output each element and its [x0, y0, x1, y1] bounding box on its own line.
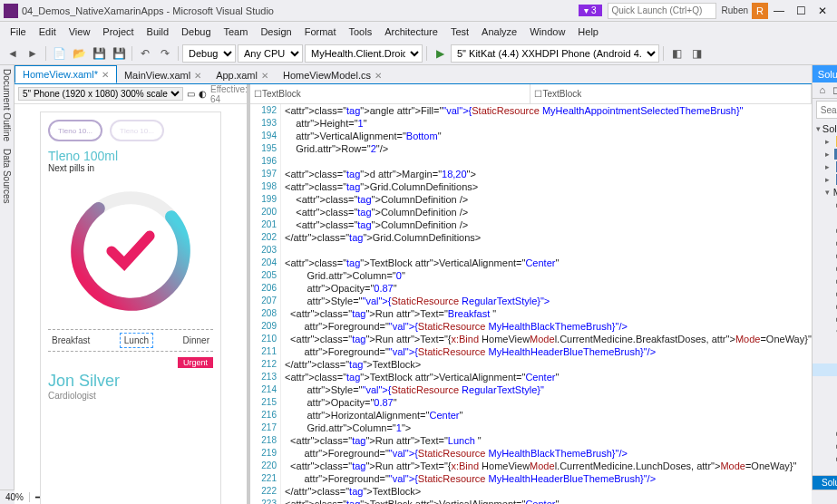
tree-node[interactable]: ▸HomeView.xaml — [813, 363, 837, 376]
nav-fwd-button[interactable]: ► — [24, 44, 42, 63]
menu-debug[interactable]: Debug — [175, 24, 217, 39]
code-editor-pane: ☐ TextBlock ☐ TextBlock 1921931941951961… — [250, 84, 812, 504]
tree-node[interactable]: ▸Services — [813, 300, 837, 313]
startup-project-combo[interactable]: MyHealth.Client.Droid — [305, 44, 423, 63]
menu-team[interactable]: Team — [218, 24, 255, 39]
save-all-button[interactable]: 💾 — [110, 44, 128, 63]
menu-view[interactable]: View — [63, 24, 97, 39]
tree-node[interactable]: ▸MainView.xaml — [813, 376, 837, 389]
undo-button[interactable]: ↶ — [136, 44, 154, 63]
open-button[interactable]: 📂 — [70, 44, 88, 63]
run-target-combo[interactable]: 5" KitKat (4.4) XXHDPI Phone (Android 4.… — [451, 44, 659, 63]
tree-node[interactable]: ▸MyHealth.Client.Core (Portable) — [813, 148, 837, 160]
doc-tab[interactable]: MainView.xaml✕ — [117, 67, 209, 83]
menu-bar: FileEditViewProjectBuildDebugTeamDesignF… — [0, 22, 837, 42]
tree-node[interactable]: ▸ApplicationInsights.config — [813, 440, 837, 452]
menu-format[interactable]: Format — [298, 24, 343, 39]
doc-tab[interactable]: App.xaml✕ — [209, 67, 276, 83]
tree-node[interactable]: ▸Styles — [813, 313, 837, 325]
device-preview-combo[interactable]: 5" Phone (1920 x 1080) 300% scale — [18, 87, 183, 101]
designer-canvas[interactable]: Tleno 10... Tleno 10... Tleno 100ml Next… — [15, 104, 247, 504]
solution-tree[interactable]: ▾Solution '04_Demos_NativeXamarinApps' (… — [813, 121, 837, 475]
nav-back-button[interactable]: ◄ — [4, 44, 22, 63]
tree-node[interactable]: ▸DebugTrace.cs — [813, 452, 837, 465]
phone-preview: Tleno 10... Tleno 10... Tleno 100ml Next… — [40, 111, 221, 504]
titlebar: 04_Demos_NativeXamarinApps - Microsoft V… — [0, 0, 837, 22]
tree-node[interactable]: ▸UserView.xaml — [813, 414, 837, 427]
menu-design[interactable]: Design — [254, 24, 297, 39]
menu-edit[interactable]: Edit — [33, 24, 63, 39]
tree-node[interactable]: ▸AppointmentsView.xaml — [813, 351, 837, 363]
right-dock-tabs: Solution Explorer Team Explorer — [813, 475, 837, 489]
user-avatar[interactable]: R — [752, 3, 768, 19]
run-button[interactable]: ▶ — [431, 44, 449, 63]
tree-node[interactable]: ▾MyHealth.Client.W10.UWP (Universal Wind… — [813, 186, 837, 199]
menu-build[interactable]: Build — [141, 24, 175, 39]
menu-tools[interactable]: Tools — [343, 24, 379, 39]
tab-solution-explorer[interactable]: Solution Explorer — [813, 476, 837, 489]
theme-button[interactable]: ◐ — [199, 89, 207, 99]
tab-close-icon[interactable]: ✕ — [375, 71, 382, 81]
tree-node[interactable]: ▸Bootstrap — [813, 249, 837, 262]
new-project-button[interactable]: 📄 — [50, 44, 68, 63]
tree-node[interactable]: ▸Controls — [813, 262, 837, 275]
window-title: 04_Demos_NativeXamarinApps - Microsoft V… — [22, 5, 274, 16]
tree-node[interactable]: References — [813, 211, 837, 224]
doc-tab[interactable]: HomeViewModel.cs✕ — [276, 67, 389, 83]
left-dock: Document Outline Data Sources — [0, 65, 15, 489]
toolbar-extra-2[interactable]: ◨ — [687, 44, 706, 63]
tree-node[interactable]: ▸SettingsView.xaml — [813, 389, 837, 402]
tree-node[interactable]: ▸Properties — [813, 199, 837, 211]
close-button[interactable]: ✕ — [812, 5, 833, 17]
tree-node[interactable]: MyHealth.Client.W10.UWP_StoreKey.pfx — [813, 465, 837, 475]
tree-node[interactable]: ▸MyHealth.Client.Droid — [813, 160, 837, 173]
minimize-button[interactable]: — — [768, 5, 790, 17]
pill-1: Tleno 10... — [48, 120, 102, 141]
maximize-button[interactable]: ☐ — [790, 5, 812, 17]
solution-explorer-header: Solution Explorer ▾ ✕ — [813, 65, 837, 82]
menu-test[interactable]: Test — [444, 24, 475, 39]
data-sources-tab[interactable]: Data Sources — [0, 145, 14, 208]
code-nav-left[interactable]: ☐ TextBlock — [250, 84, 530, 103]
menu-help[interactable]: Help — [571, 24, 605, 39]
tab-close-icon[interactable]: ✕ — [194, 71, 201, 81]
solution-search-input[interactable] — [816, 101, 837, 119]
save-button[interactable]: 💾 — [90, 44, 108, 63]
toolbar-extra-1[interactable]: ◧ — [667, 44, 686, 63]
document-outline-tab[interactable]: Document Outline — [0, 65, 14, 145]
menu-file[interactable]: File — [4, 24, 33, 39]
designer-toolbar: 5" Phone (1920 x 1080) 300% scale ▭ ◐ Ef… — [15, 84, 247, 104]
user-name[interactable]: Ruben — [722, 5, 748, 15]
tree-node[interactable]: ▸Behaviors — [813, 237, 837, 249]
tree-node[interactable]: ▾Views — [813, 325, 837, 338]
tab-close-icon[interactable]: ✕ — [261, 71, 268, 81]
menu-window[interactable]: Window — [523, 24, 571, 39]
solution-root[interactable]: ▾Solution '04_Demos_NativeXamarinApps' (… — [813, 122, 837, 135]
config-combo[interactable]: Debug — [182, 44, 236, 63]
platform-combo[interactable]: Any CPU — [238, 44, 303, 63]
tree-node[interactable]: ▸MyHealth.Client.iOS — [813, 173, 837, 186]
doc-tab[interactable]: HomeView.xaml*✕ — [15, 65, 117, 83]
tree-node[interactable]: ▸Assets — [813, 224, 837, 237]
tree-node[interactable]: ▸App.xaml — [813, 427, 837, 440]
tree-node[interactable]: ▸Tests — [813, 135, 837, 148]
home-icon[interactable]: ⌂ — [816, 84, 829, 96]
tab-close-icon[interactable]: ✕ — [102, 70, 109, 80]
patient-name: Jon Silver — [48, 372, 213, 391]
code-nav-right[interactable]: ☐ TextBlock — [530, 84, 811, 103]
orientation-button[interactable]: ▭ — [187, 89, 195, 99]
redo-button[interactable]: ↷ — [156, 44, 174, 63]
tree-node[interactable]: ▸Base — [813, 338, 837, 351]
menu-project[interactable]: Project — [96, 24, 140, 39]
tree-node[interactable]: ▸TreatmentView.xaml — [813, 402, 837, 414]
menu-analyze[interactable]: Analyze — [475, 24, 523, 39]
quick-launch-input[interactable] — [608, 3, 716, 19]
menu-architecture[interactable]: Architecture — [378, 24, 444, 39]
main-toolbar: ◄ ► 📄 📂 💾 💾 ↶ ↷ Debug Any CPU MyHealth.C… — [0, 42, 837, 65]
patient-role: Cardiologist — [48, 391, 213, 401]
collapse-icon[interactable]: ◻ — [831, 84, 837, 96]
code-text-area[interactable]: <attr">class="tag">angle attr">Fill=""va… — [281, 104, 812, 504]
tree-node[interactable]: ▸Converters — [813, 275, 837, 287]
notification-badge[interactable]: ▾ 3 — [579, 5, 601, 16]
tree-node[interactable]: ▸Helper — [813, 287, 837, 300]
